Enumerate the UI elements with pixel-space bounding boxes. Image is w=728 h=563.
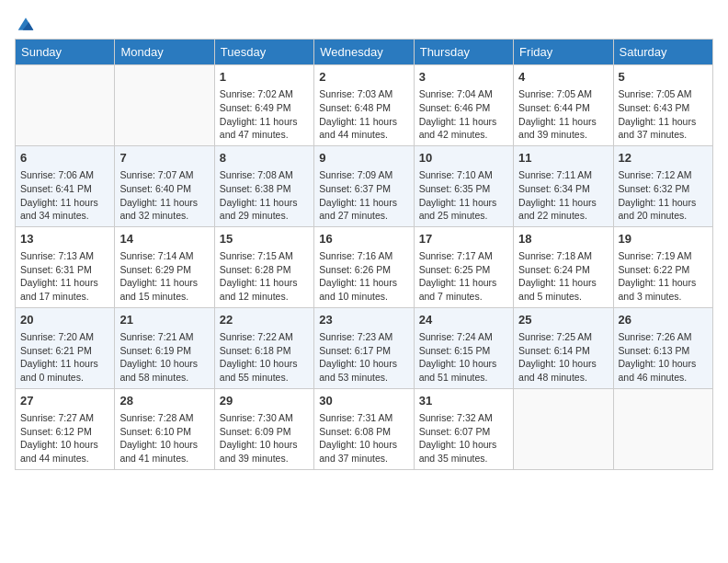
- calendar-day-cell: 18Sunrise: 7:18 AMSunset: 6:24 PMDayligh…: [514, 226, 613, 307]
- day-content: Sunrise: 7:08 AM: [220, 168, 309, 182]
- day-content: Sunrise: 7:20 AM: [20, 330, 109, 344]
- day-content: Sunset: 6:17 PM: [319, 344, 408, 358]
- day-content: Daylight: 11 hours and 3 minutes.: [619, 276, 708, 303]
- calendar-day-cell: 2Sunrise: 7:03 AMSunset: 6:48 PMDaylight…: [314, 65, 414, 146]
- day-content: Sunrise: 7:05 AM: [619, 87, 708, 101]
- day-content: Sunrise: 7:12 AM: [619, 168, 708, 182]
- calendar-day-cell: [115, 65, 214, 146]
- day-number: 22: [220, 312, 309, 328]
- calendar-day-cell: 27Sunrise: 7:27 AMSunset: 6:12 PMDayligh…: [16, 388, 115, 469]
- day-content: Sunset: 6:40 PM: [119, 182, 209, 196]
- day-content: Sunrise: 7:25 AM: [518, 330, 608, 344]
- calendar-day-cell: 25Sunrise: 7:25 AMSunset: 6:14 PMDayligh…: [514, 307, 613, 388]
- day-number: 17: [419, 231, 508, 247]
- day-content: Sunset: 6:26 PM: [319, 263, 408, 277]
- day-number: 8: [220, 150, 309, 167]
- day-number: 2: [319, 69, 408, 86]
- day-content: Sunset: 6:48 PM: [319, 101, 408, 115]
- day-content: Daylight: 10 hours and 51 minutes.: [419, 357, 508, 384]
- day-number: 9: [319, 150, 408, 167]
- day-content: Sunrise: 7:02 AM: [220, 87, 309, 101]
- calendar-day-cell: [613, 388, 712, 469]
- day-content: Sunset: 6:25 PM: [419, 263, 508, 277]
- day-content: Daylight: 10 hours and 55 minutes.: [220, 357, 309, 384]
- day-content: Sunrise: 7:05 AM: [518, 87, 608, 101]
- day-of-week-header: Friday: [514, 40, 613, 65]
- day-number: 1: [220, 69, 309, 86]
- calendar-day-cell: [514, 388, 613, 469]
- day-content: Sunrise: 7:31 AM: [319, 411, 408, 425]
- day-content: Daylight: 11 hours and 10 minutes.: [319, 276, 408, 303]
- day-content: Sunrise: 7:19 AM: [619, 249, 708, 263]
- day-content: Sunset: 6:28 PM: [220, 263, 309, 277]
- calendar-day-cell: 15Sunrise: 7:15 AMSunset: 6:28 PMDayligh…: [214, 226, 313, 307]
- calendar-day-cell: 17Sunrise: 7:17 AMSunset: 6:25 PMDayligh…: [414, 226, 513, 307]
- day-content: Sunset: 6:34 PM: [518, 182, 608, 196]
- day-content: Daylight: 11 hours and 15 minutes.: [119, 276, 209, 303]
- day-content: Sunrise: 7:18 AM: [518, 249, 608, 263]
- day-content: Daylight: 11 hours and 5 minutes.: [518, 276, 608, 303]
- day-content: Sunset: 6:46 PM: [419, 101, 508, 115]
- calendar-day-cell: 19Sunrise: 7:19 AMSunset: 6:22 PMDayligh…: [613, 226, 712, 307]
- calendar-day-cell: 12Sunrise: 7:12 AMSunset: 6:32 PMDayligh…: [613, 145, 712, 226]
- day-content: Daylight: 11 hours and 0 minutes.: [20, 357, 109, 384]
- day-content: Sunset: 6:12 PM: [20, 425, 109, 439]
- calendar-week-row: 6Sunrise: 7:06 AMSunset: 6:41 PMDaylight…: [16, 145, 713, 226]
- day-content: Sunrise: 7:28 AM: [119, 411, 209, 425]
- day-content: Sunrise: 7:30 AM: [220, 411, 309, 425]
- day-content: Daylight: 11 hours and 37 minutes.: [619, 115, 708, 142]
- day-number: 21: [119, 312, 209, 328]
- day-number: 11: [518, 150, 608, 167]
- day-content: Sunset: 6:43 PM: [619, 101, 708, 115]
- day-content: Daylight: 10 hours and 44 minutes.: [20, 438, 109, 465]
- day-content: Daylight: 10 hours and 58 minutes.: [119, 357, 209, 384]
- calendar-day-cell: 22Sunrise: 7:22 AMSunset: 6:18 PMDayligh…: [214, 307, 313, 388]
- day-content: Sunset: 6:29 PM: [119, 263, 209, 277]
- calendar-day-cell: 21Sunrise: 7:21 AMSunset: 6:19 PMDayligh…: [115, 307, 214, 388]
- day-of-week-header: Wednesday: [314, 40, 414, 65]
- day-content: Daylight: 10 hours and 46 minutes.: [619, 357, 708, 384]
- day-of-week-header: Saturday: [613, 40, 712, 65]
- day-number: 13: [20, 231, 109, 247]
- day-content: Sunrise: 7:03 AM: [319, 87, 408, 101]
- day-number: 4: [518, 69, 608, 86]
- day-content: Sunset: 6:21 PM: [20, 344, 109, 358]
- day-content: Sunset: 6:32 PM: [619, 182, 708, 196]
- day-content: Sunset: 6:44 PM: [518, 101, 608, 115]
- day-content: Daylight: 11 hours and 7 minutes.: [419, 276, 508, 303]
- day-number: 29: [220, 393, 309, 409]
- day-content: Sunrise: 7:04 AM: [419, 87, 508, 101]
- day-number: 3: [419, 69, 508, 86]
- day-number: 27: [20, 393, 109, 409]
- day-content: Sunrise: 7:23 AM: [319, 330, 408, 344]
- day-content: Sunrise: 7:11 AM: [518, 168, 608, 182]
- day-content: Daylight: 10 hours and 48 minutes.: [518, 357, 608, 384]
- day-number: 14: [119, 231, 209, 247]
- day-content: Sunset: 6:22 PM: [619, 263, 708, 277]
- day-content: Sunrise: 7:21 AM: [119, 330, 209, 344]
- day-content: Sunrise: 7:13 AM: [20, 249, 109, 263]
- day-content: Daylight: 11 hours and 39 minutes.: [518, 115, 608, 142]
- day-content: Sunset: 6:10 PM: [119, 425, 209, 439]
- day-content: Sunrise: 7:32 AM: [419, 411, 508, 425]
- day-content: Daylight: 11 hours and 17 minutes.: [20, 276, 109, 303]
- calendar-day-cell: 24Sunrise: 7:24 AMSunset: 6:15 PMDayligh…: [414, 307, 513, 388]
- calendar-day-cell: 26Sunrise: 7:26 AMSunset: 6:13 PMDayligh…: [613, 307, 712, 388]
- day-content: Sunrise: 7:06 AM: [20, 168, 109, 182]
- day-content: Sunset: 6:38 PM: [220, 182, 309, 196]
- day-number: 20: [20, 312, 109, 328]
- day-content: Daylight: 10 hours and 53 minutes.: [319, 357, 408, 384]
- day-of-week-header: Sunday: [16, 40, 115, 65]
- calendar-day-cell: 29Sunrise: 7:30 AMSunset: 6:09 PMDayligh…: [214, 388, 313, 469]
- day-content: Sunrise: 7:17 AM: [419, 249, 508, 263]
- day-content: Sunrise: 7:26 AM: [619, 330, 708, 344]
- day-content: Sunset: 6:08 PM: [319, 425, 408, 439]
- calendar-day-cell: 3Sunrise: 7:04 AMSunset: 6:46 PMDaylight…: [414, 65, 513, 146]
- day-content: Sunset: 6:37 PM: [319, 182, 408, 196]
- logo-icon: [17, 15, 35, 33]
- calendar-day-cell: 13Sunrise: 7:13 AMSunset: 6:31 PMDayligh…: [16, 226, 115, 307]
- day-number: 16: [319, 231, 408, 247]
- calendar-day-cell: [16, 65, 115, 146]
- day-number: 30: [319, 393, 408, 409]
- calendar-day-cell: 30Sunrise: 7:31 AMSunset: 6:08 PMDayligh…: [314, 388, 414, 469]
